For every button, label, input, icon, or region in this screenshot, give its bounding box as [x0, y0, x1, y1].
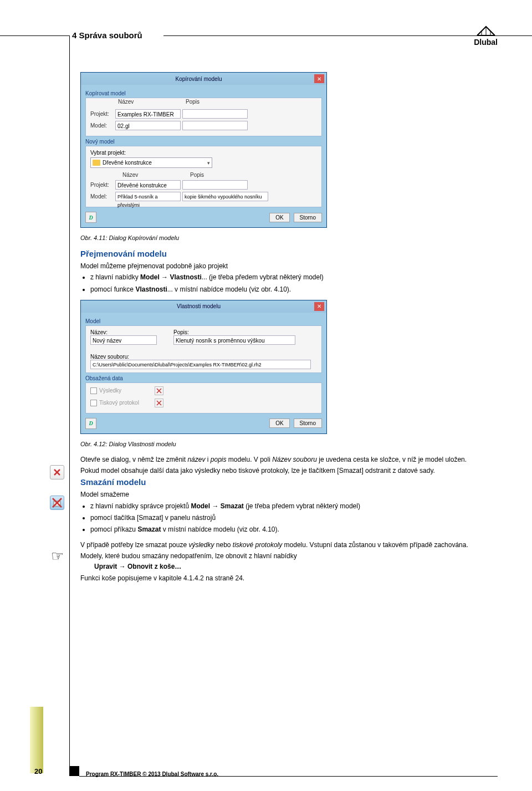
side-tab — [30, 707, 43, 773]
footer-text: Program RX-TIMBER © 2013 Dlubal Software… — [86, 771, 218, 777]
model-field[interactable]: 02.gl — [115, 121, 181, 130]
ok-button[interactable]: OK — [269, 213, 289, 222]
delete-results-button[interactable] — [155, 386, 163, 395]
pointing-hand-icon: ☞ — [50, 549, 64, 564]
close-icon[interactable]: ✕ — [314, 74, 324, 83]
heading-delete: Smazání modelu — [80, 477, 493, 487]
filename-input[interactable]: C:\Users\Public\Documents\Dlubal\Project… — [90, 360, 311, 369]
help-button[interactable]: D — [85, 212, 96, 223]
project-field[interactable]: Examples RX-TIMBER — [115, 109, 181, 119]
close-icon[interactable]: ✕ — [314, 302, 324, 311]
heading-rename: Přejmenování modelu — [80, 249, 493, 258]
page-number: 20 — [34, 767, 42, 775]
help-button[interactable]: D — [85, 418, 96, 429]
delete-model-icon — [50, 496, 64, 510]
figure-caption: Obr. 4.11: Dialog Kopírování modelu — [80, 234, 493, 241]
list-item: pomocí funkce Vlastnosti... v místní nab… — [90, 285, 493, 294]
printout-checkbox[interactable] — [90, 400, 97, 406]
brand-logo: Dlubal — [474, 23, 498, 47]
results-checkbox[interactable] — [90, 387, 97, 394]
section-title: 4 Správa souborů — [72, 30, 142, 40]
desc-input[interactable]: Klenutý nosník s proměnnou výškou — [173, 335, 295, 345]
cancel-button[interactable]: Storno — [294, 213, 322, 222]
delete-printout-button[interactable] — [155, 399, 163, 407]
name-input[interactable]: Nový název — [90, 335, 157, 345]
project-select[interactable]: Dřevěné konstrukce▾ — [90, 157, 212, 168]
dialog-title: Kopírování modelu — [83, 76, 314, 82]
copy-model-dialog: Kopírování modelu ✕ Kopírovat model Náze… — [80, 72, 327, 228]
group-header: Kopírovat model — [85, 88, 322, 98]
list-item: z hlavní nabídky Model → Vlastnosti... (… — [90, 273, 493, 282]
ok-button[interactable]: OK — [269, 419, 289, 428]
delete-x-icon — [50, 465, 64, 479]
model-properties-dialog: Vlastnosti modelu ✕ Model Název: Nový ná… — [80, 300, 327, 434]
figure-caption: Obr. 4.12: Dialog Vlastnosti modelu — [80, 441, 493, 447]
cancel-button[interactable]: Storno — [294, 419, 322, 428]
